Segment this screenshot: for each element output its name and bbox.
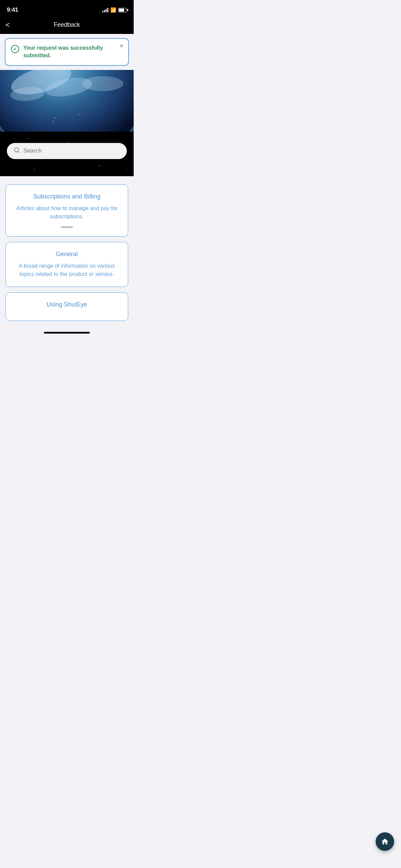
general-desc: A broad range of information on various … <box>13 262 121 278</box>
status-icons: 📶 <box>102 7 127 13</box>
page-title: Feedback <box>54 21 80 28</box>
status-bar: 9:41 📶 <box>0 0 134 17</box>
svg-point-5 <box>82 76 123 91</box>
drag-handle <box>61 226 73 228</box>
battery-icon <box>118 8 127 12</box>
svg-point-9 <box>53 121 54 122</box>
close-button[interactable]: × <box>120 43 123 49</box>
subscriptions-billing-title: Subscriptions and Billing <box>13 193 121 200</box>
search-container <box>7 143 127 159</box>
svg-point-18 <box>106 140 107 141</box>
svg-point-16 <box>68 142 69 142</box>
status-time: 9:41 <box>7 7 18 13</box>
svg-point-8 <box>58 119 59 120</box>
using-shuteye-card[interactable]: Using ShutEye <box>5 292 128 321</box>
general-card[interactable]: General A broad range of information on … <box>5 242 128 287</box>
svg-point-27 <box>60 171 60 171</box>
header: < Feedback <box>0 17 134 34</box>
home-bar <box>44 332 90 334</box>
content-area: Subscriptions and Billing Articles about… <box>0 176 134 329</box>
general-title: General <box>13 251 121 258</box>
hero-section <box>0 70 134 176</box>
svg-point-23 <box>99 166 100 166</box>
search-icon <box>14 147 20 155</box>
search-input[interactable] <box>23 147 120 154</box>
subscriptions-billing-desc: Articles about how to manage and pay for… <box>13 204 121 221</box>
success-icon <box>11 45 19 53</box>
svg-point-14 <box>27 138 28 139</box>
using-shuteye-title: Using ShutEye <box>13 301 121 308</box>
subscriptions-billing-card[interactable]: Subscriptions and Billing Articles about… <box>5 184 128 237</box>
svg-point-10 <box>78 114 80 115</box>
success-banner: Your request was successfully submitted.… <box>5 38 129 66</box>
svg-point-12 <box>41 116 41 117</box>
svg-point-28 <box>85 172 86 173</box>
svg-line-30 <box>18 151 19 152</box>
svg-point-7 <box>54 117 56 118</box>
svg-point-11 <box>84 117 84 118</box>
home-indicator <box>0 329 134 336</box>
wifi-icon: 📶 <box>110 7 116 13</box>
svg-point-26 <box>34 169 35 170</box>
success-message: Your request was successfully submitted. <box>23 44 114 60</box>
signal-icon <box>102 8 108 12</box>
svg-point-25 <box>126 169 127 170</box>
back-button[interactable]: < <box>5 21 10 29</box>
svg-point-21 <box>51 162 52 163</box>
hero-background <box>0 70 134 176</box>
search-bar[interactable] <box>7 143 127 159</box>
